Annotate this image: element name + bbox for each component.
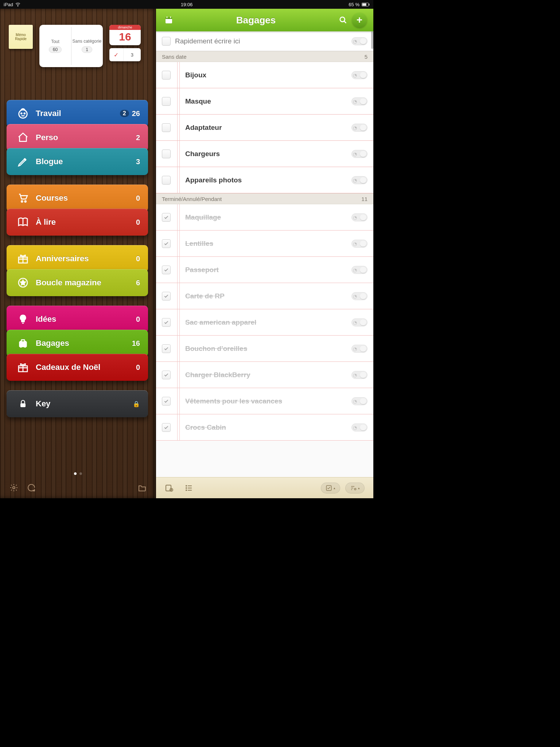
svg-rect-20 (167, 16, 167, 18)
search-button[interactable] (337, 14, 349, 26)
svg-rect-2 (362, 3, 366, 6)
sidebar-footer (0, 477, 156, 498)
task-date-toggle[interactable] (351, 97, 368, 105)
category-noel[interactable]: Cadeaux de Noël0 (7, 354, 148, 381)
sort-button[interactable]: ▴ (345, 483, 365, 494)
task-row[interactable]: Crocs Cabin (156, 414, 373, 441)
calendar-widget[interactable]: dimanche 16 (109, 25, 141, 45)
task-row[interactable]: Passeport (156, 257, 373, 283)
task-checkbox[interactable] (162, 318, 171, 327)
svg-rect-3 (369, 3, 369, 5)
section-count: 5 (365, 54, 368, 60)
task-row[interactable]: Vêtements pour les vacances (156, 388, 373, 414)
svg-point-6 (24, 113, 25, 114)
task-row[interactable]: Charger BlackBerry (156, 362, 373, 388)
task-date-toggle[interactable] (351, 371, 368, 379)
settings-button[interactable] (9, 483, 19, 493)
suitcase-icon (13, 337, 33, 349)
task-row[interactable]: Bijoux (156, 62, 373, 88)
task-date-toggle[interactable] (351, 266, 368, 274)
calendar-button[interactable] (163, 14, 175, 26)
task-checkbox[interactable] (162, 397, 171, 406)
bulk-check-button[interactable]: ▴ (321, 483, 340, 494)
task-row[interactable]: Masque (156, 88, 373, 115)
section-title: Sans date (162, 54, 187, 60)
task-checkbox[interactable] (162, 176, 171, 185)
sync-button[interactable] (26, 483, 36, 493)
done-count: 3 (124, 48, 141, 61)
category-label: Travail (33, 109, 120, 118)
task-checkbox[interactable] (162, 423, 171, 432)
task-row[interactable]: Carte de RP (156, 283, 373, 309)
category-key[interactable]: Key🔒 (7, 390, 148, 417)
category-blogue[interactable]: Blogue3 (7, 148, 148, 175)
star-icon (13, 277, 33, 289)
category-count: 0 (136, 363, 140, 372)
task-checkbox[interactable] (162, 292, 171, 301)
category-travail[interactable]: Travail226 (7, 100, 148, 127)
task-date-toggle[interactable] (351, 240, 368, 248)
task-date-toggle[interactable] (351, 176, 368, 184)
quick-add-input[interactable] (175, 37, 347, 45)
category-label: Bagages (33, 338, 132, 348)
status-bar: iPad 19:06 65 % (0, 0, 373, 9)
task-row[interactable]: Bouchon d'oreilles (156, 336, 373, 362)
book-widget[interactable]: Tout 60 Sans catégorie 1 (39, 25, 103, 67)
task-checkbox[interactable] (162, 266, 171, 274)
category-count: 16 (132, 339, 140, 348)
list-view-button[interactable] (184, 484, 193, 492)
gift-icon (13, 361, 33, 373)
category-perso[interactable]: Perso2 (7, 124, 148, 151)
widget-row: Mémo Rapide Tout 60 Sans catégorie 1 dim… (9, 25, 147, 69)
task-checkbox[interactable] (162, 150, 171, 158)
category-count: 0 (136, 218, 140, 227)
category-courses[interactable]: Courses0 (7, 185, 148, 212)
task-date-toggle[interactable] (351, 318, 368, 326)
task-date-toggle[interactable] (351, 292, 368, 300)
task-date-toggle[interactable] (351, 213, 368, 221)
category-boucle[interactable]: Boucle magazine6 (7, 269, 148, 296)
book-uncat-label: Sans catégorie (72, 39, 101, 44)
battery-label: 65 % (349, 2, 359, 7)
task-date-toggle[interactable] (351, 150, 368, 158)
task-checkbox[interactable] (162, 71, 171, 80)
quick-add-date-toggle[interactable] (351, 37, 368, 45)
task-row[interactable]: Sac american apparel (156, 309, 373, 336)
task-checkbox[interactable] (162, 213, 171, 222)
task-date-toggle[interactable] (351, 71, 368, 79)
task-checkbox[interactable] (162, 123, 171, 132)
task-date-toggle[interactable] (351, 397, 368, 405)
quick-memo[interactable]: Mémo Rapide (9, 25, 33, 49)
category-label: Courses (33, 193, 136, 203)
task-checkbox[interactable] (162, 239, 171, 248)
page-indicator[interactable] (74, 472, 82, 475)
category-idees[interactable]: Idées0 (7, 306, 148, 333)
folder-button[interactable] (137, 483, 147, 493)
category-label: Perso (33, 133, 136, 142)
task-row[interactable]: Appareils photos (156, 167, 373, 193)
category-alire[interactable]: À lire0 (7, 209, 148, 236)
svg-point-0 (18, 6, 18, 6)
category-label: Idées (33, 314, 136, 324)
task-checkbox[interactable] (162, 97, 171, 106)
quick-add-checkbox[interactable] (162, 37, 171, 46)
task-row[interactable]: Adaptateur (156, 115, 373, 141)
book-uncat-count: 1 (82, 46, 92, 53)
category-anniv[interactable]: Anniversaires0 (7, 245, 148, 272)
task-date-toggle[interactable] (351, 124, 368, 132)
task-row[interactable]: Maquillage (156, 204, 373, 231)
task-checkbox[interactable] (162, 344, 171, 353)
svg-rect-14 (25, 341, 26, 347)
category-bagages[interactable]: Bagages16 (7, 330, 148, 357)
add-button[interactable]: + (352, 13, 367, 27)
task-text: Appareils photos (171, 176, 351, 184)
done-widget[interactable]: ✓ 3 (109, 48, 141, 61)
task-date-toggle[interactable] (351, 345, 368, 353)
edit-list-button[interactable] (165, 484, 174, 492)
battery-icon (362, 3, 370, 7)
task-date-toggle[interactable] (351, 423, 368, 431)
task-row[interactable]: Chargeurs (156, 141, 373, 167)
task-row[interactable]: Lentilles (156, 231, 373, 257)
section-header: Terminé/Annulé/Pendant11 (156, 193, 373, 204)
task-checkbox[interactable] (162, 371, 171, 379)
